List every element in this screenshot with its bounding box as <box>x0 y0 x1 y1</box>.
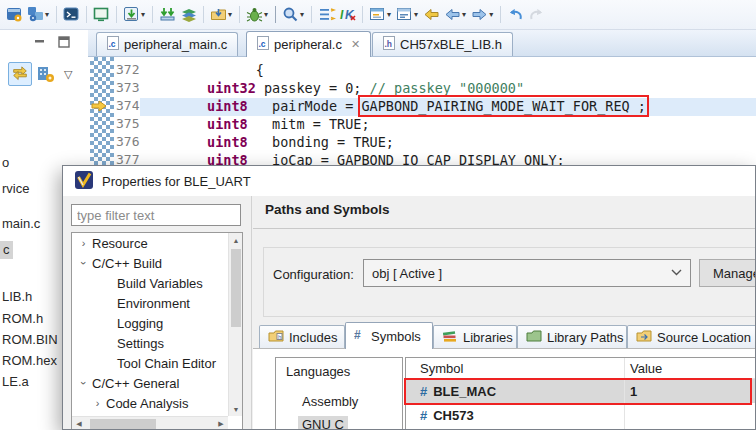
explorer-item-fragment[interactable]: ROM.BIN <box>2 331 58 349</box>
language-item-Assembly[interactable]: Assembly <box>298 393 362 410</box>
code-line-376[interactable]: uint8 bonding = TRUE; <box>142 133 646 151</box>
undo-icon[interactable] <box>505 4 526 26</box>
line-number: 376 <box>116 133 139 151</box>
code-line-374[interactable]: uint8 pairMode = GAPBOND_PAIRING_MODE_WA… <box>142 97 646 115</box>
close-tab-icon[interactable]: ✕ <box>351 38 360 51</box>
collapsed-arrow-icon[interactable]: › <box>78 237 89 249</box>
explorer-item-fragment[interactable]: main.c <box>2 215 40 233</box>
back-icon[interactable] <box>442 4 463 26</box>
open-perspective-icon[interactable] <box>25 4 46 26</box>
expanded-arrow-icon[interactable]: › <box>78 258 90 269</box>
open-type-icon[interactable] <box>394 4 415 26</box>
dialog-titlebar[interactable]: Properties for BLE_UART <box>63 166 755 196</box>
dropdown-arrow-icon[interactable]: ▾ <box>489 10 493 19</box>
explorer-item-fragment[interactable]: rvice <box>2 180 29 198</box>
scrollbar-thumb[interactable] <box>231 249 241 327</box>
code-segment: // <box>370 80 394 96</box>
update-icon[interactable] <box>157 4 178 26</box>
scroll-left-icon[interactable]: ◀ <box>72 417 86 430</box>
toolbar-separator <box>239 6 240 23</box>
dropdown-arrow-icon[interactable]: ▾ <box>414 10 418 19</box>
tree-item-Resource[interactable]: ›Resource <box>72 233 242 253</box>
tree-item-Environment[interactable]: Environment <box>72 293 242 313</box>
profile-icon[interactable]: IK <box>337 4 358 26</box>
step-filters-icon[interactable] <box>316 4 337 26</box>
forward-icon[interactable] <box>469 4 490 26</box>
dropdown-arrow-icon[interactable]: ▾ <box>141 10 145 19</box>
languages-header: Languages <box>276 364 402 379</box>
properties-tree[interactable]: ›Resource›C/C++ BuildBuild VariablesEnvi… <box>71 232 243 430</box>
debug-icon[interactable] <box>244 4 265 26</box>
explorer-item-fragment[interactable]: LE.a <box>2 373 29 391</box>
dialog-tab-Symbols[interactable]: #Symbols <box>345 322 433 349</box>
scroll-right-icon[interactable]: ▶ <box>214 417 228 430</box>
filter-input[interactable] <box>71 204 241 226</box>
scroll-up-icon[interactable]: ▲ <box>229 233 243 247</box>
dialog-tab-Includes[interactable]: hIncludes <box>259 325 345 348</box>
tree-item-Build Variables[interactable]: Build Variables <box>72 273 242 293</box>
tree-item-C/C++ Build[interactable]: ›C/C++ Build <box>72 253 242 273</box>
console-icon[interactable] <box>91 4 112 26</box>
line-number: 374 <box>116 97 139 115</box>
collapsed-arrow-icon[interactable]: › <box>92 397 103 409</box>
symbol-row-CH573[interactable]: #CH573 <box>406 403 755 427</box>
language-item-GNU C[interactable]: GNU C <box>298 416 348 430</box>
source-location-icon <box>636 329 652 346</box>
editor-tab-CH57xBLE_LIB.h[interactable]: .hCH57xBLE_LIB.h <box>372 32 513 56</box>
tree-item-Code Analysis[interactable]: ›Code Analysis <box>72 393 242 413</box>
expanded-arrow-icon[interactable]: › <box>78 378 90 389</box>
build-settings-icon[interactable] <box>36 64 56 87</box>
scrollbar-thumb[interactable] <box>90 419 156 429</box>
maximize-view-icon[interactable] <box>58 36 71 52</box>
dropdown-arrow-icon[interactable]: ▾ <box>45 10 49 19</box>
perspective-icon[interactable] <box>4 4 25 26</box>
layers-icon[interactable] <box>178 4 199 26</box>
code-line-375[interactable]: uint8 mitm = TRUE; <box>142 115 646 133</box>
tree-horizontal-scrollbar[interactable]: ◀ ▶ <box>72 416 228 430</box>
tree-item-Tool Chain Editor[interactable]: Tool Chain Editor <box>72 353 242 373</box>
dialog-sash[interactable] <box>251 196 252 429</box>
last-edit-location-icon[interactable] <box>421 4 442 26</box>
open-element-icon[interactable] <box>367 4 388 26</box>
symbols-table[interactable]: Symbol Value #BLE_MAC1#CH573 <box>405 357 755 429</box>
dropdown-arrow-icon[interactable]: ▾ <box>387 10 391 19</box>
tree-item-Logging[interactable]: Logging <box>72 313 242 333</box>
dropdown-arrow-icon[interactable]: ▾ <box>300 10 304 19</box>
scroll-down-icon[interactable]: ▼ <box>229 402 243 416</box>
dialog-tab-Libraries[interactable]: Libraries <box>433 325 517 348</box>
dropdown-arrow-icon[interactable]: ▾ <box>264 10 268 19</box>
tree-item-C/C++ General[interactable]: ›C/C++ General <box>72 373 242 393</box>
minimize-view-icon[interactable] <box>34 38 46 53</box>
svg-text:.h: .h <box>385 39 393 49</box>
tree-vertical-scrollbar[interactable]: ▲ ▼ <box>228 233 242 416</box>
dialog-tab-Library Paths[interactable]: Library Paths <box>517 325 627 348</box>
explorer-item-fragment[interactable]: LIB.h <box>2 288 32 306</box>
editor-tab-peripheral_main.c[interactable]: .cperipheral_main.c <box>96 32 238 56</box>
explorer-item-fragment[interactable]: ROM.hex <box>2 352 57 370</box>
explorer-item-fragment[interactable]: ROM.h <box>2 310 43 328</box>
tree-item-label: Code Analysis <box>103 396 188 411</box>
code-line-373[interactable]: uint32 passkey = 0; // passkey "000000" <box>142 79 646 97</box>
table-header: Symbol Value <box>406 358 755 379</box>
link-with-editor-icon[interactable] <box>8 62 32 86</box>
dialog-tab-Source Location[interactable]: Source Location <box>627 325 756 348</box>
tree-item-Settings[interactable]: Settings <box>72 333 242 353</box>
code-text[interactable]: { uint32 passkey = 0; // passkey "000000… <box>142 61 646 169</box>
manage-configurations-button[interactable]: Manage <box>699 259 756 287</box>
view-menu-icon[interactable]: ▽ <box>64 68 72 81</box>
configuration-combobox[interactable]: obj [ Active ] <box>363 259 691 287</box>
explorer-item-fragment[interactable]: o <box>2 154 9 172</box>
tree-item-label: C/C++ General <box>89 376 179 391</box>
code-line-372[interactable]: { <box>142 61 646 79</box>
dropdown-arrow-icon[interactable]: ▾ <box>228 10 232 19</box>
terminal-icon[interactable] <box>61 4 82 26</box>
import-icon[interactable] <box>208 4 229 26</box>
configuration-value: obj [ Active ] <box>372 266 442 281</box>
editor-tab-peripheral.c[interactable]: .cperipheral.c✕ <box>246 31 371 57</box>
search-icon[interactable] <box>280 4 301 26</box>
toolbar-separator <box>500 6 501 23</box>
tab-label: Includes <box>289 330 337 345</box>
dropdown-arrow-icon[interactable]: ▾ <box>462 10 466 19</box>
explorer-item-fragment[interactable]: c <box>0 241 13 259</box>
download-icon[interactable] <box>121 4 142 26</box>
